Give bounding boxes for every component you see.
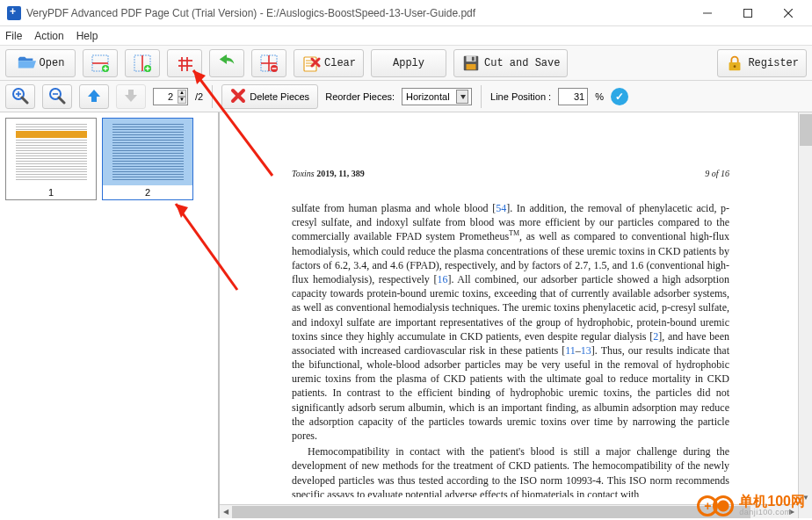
thumbnail-image bbox=[103, 119, 192, 185]
zoom-in-button[interactable] bbox=[5, 84, 35, 109]
watermark-text-sub: danji100.com bbox=[739, 509, 805, 516]
window-controls bbox=[687, 0, 808, 26]
menu-file[interactable]: File bbox=[5, 30, 22, 42]
open-button[interactable]: Open bbox=[5, 49, 76, 77]
document-page: Toxins 2019, 11, 389 9 of 16 sulfate fro… bbox=[230, 118, 782, 497]
svg-rect-1 bbox=[744, 9, 752, 17]
register-button[interactable]: Register bbox=[717, 49, 807, 77]
menu-action[interactable]: Action bbox=[34, 30, 63, 42]
zoom-out-icon bbox=[48, 87, 66, 106]
delete-x-icon bbox=[230, 88, 246, 105]
page-number-input[interactable]: 2 ▲▼ bbox=[153, 88, 188, 105]
doc-body-1: sulfate from human plasma and whole bloo… bbox=[292, 201, 729, 443]
watermark-text-main: 单机100网 bbox=[739, 495, 805, 509]
thumbnail-image bbox=[6, 119, 96, 185]
open-label: Open bbox=[40, 57, 65, 69]
main-toolbar: Open Clear Apply Cut bbox=[0, 46, 812, 81]
svg-line-36 bbox=[22, 98, 27, 103]
clear-button[interactable]: Clear bbox=[294, 49, 364, 77]
maximize-button[interactable] bbox=[728, 0, 768, 26]
menu-bar: File Action Help bbox=[0, 26, 812, 46]
minimize-button[interactable] bbox=[687, 0, 728, 26]
svg-point-34 bbox=[734, 65, 736, 68]
clear-label: Clear bbox=[324, 57, 356, 69]
arrow-down-icon bbox=[122, 87, 140, 106]
clear-icon bbox=[301, 54, 321, 73]
scroll-thumb[interactable] bbox=[800, 114, 812, 146]
grid-add-h-icon bbox=[91, 54, 110, 73]
reorder-label: Reorder Pieces: bbox=[325, 91, 395, 102]
svg-line-40 bbox=[59, 98, 64, 103]
thumbnail-page-1[interactable]: 1 bbox=[5, 118, 97, 200]
thumbnail-page-2[interactable]: 2 bbox=[102, 118, 193, 200]
cut-and-save-button[interactable]: Cut and Save bbox=[453, 49, 568, 77]
delete-line-button[interactable] bbox=[251, 49, 286, 77]
spinner-arrows[interactable]: ▲▼ bbox=[178, 90, 186, 104]
zoom-in-icon bbox=[11, 87, 29, 106]
document-view[interactable]: Toxins 2019, 11, 389 9 of 16 sulfate fro… bbox=[220, 112, 812, 518]
apply-button[interactable]: Apply bbox=[371, 49, 446, 77]
page-total-label: /2 bbox=[195, 91, 203, 102]
page-number-value: 2 bbox=[168, 91, 173, 102]
delete-pieces-label: Delete Pieces bbox=[250, 91, 309, 102]
reorder-value: Horizontal bbox=[406, 91, 450, 102]
svg-rect-30 bbox=[467, 55, 476, 61]
grid-lines-button[interactable] bbox=[167, 49, 202, 77]
check-icon: ✓ bbox=[615, 90, 624, 103]
watermark: 单机100网 danji100.com bbox=[697, 495, 805, 516]
doc-header-left: Toxins 2019, 11, 389 bbox=[292, 169, 365, 178]
thumbnail-number: 2 bbox=[145, 185, 150, 199]
grid-add-v-icon bbox=[133, 54, 152, 73]
close-button[interactable] bbox=[768, 0, 808, 26]
title-bar: VeryPDF Advanced PDF Page Cut (Trial Ver… bbox=[0, 0, 812, 26]
lock-icon bbox=[725, 54, 744, 73]
grid-delete-icon bbox=[259, 54, 279, 73]
delete-pieces-button[interactable]: Delete Pieces bbox=[221, 84, 318, 109]
line-position-input[interactable]: 31 bbox=[558, 88, 588, 105]
svg-rect-31 bbox=[472, 56, 475, 61]
doc-header-right: 9 of 16 bbox=[705, 169, 729, 178]
main-area: 1 2 Toxins 2019, 11, 389 9 of 16 sulfate… bbox=[0, 112, 812, 518]
percent-label: % bbox=[595, 91, 604, 102]
apply-label: Apply bbox=[393, 57, 424, 69]
add-vertical-line-button[interactable] bbox=[125, 49, 160, 77]
window-title: VeryPDF Advanced PDF Page Cut (Trial Ver… bbox=[26, 7, 687, 19]
watermark-logo-icon bbox=[697, 495, 734, 516]
arrow-up-icon bbox=[85, 87, 103, 106]
cut-and-save-label: Cut and Save bbox=[484, 57, 560, 69]
menu-help[interactable]: Help bbox=[76, 30, 98, 42]
thumbnail-panel: 1 2 bbox=[0, 112, 220, 518]
thumbnail-number: 1 bbox=[48, 185, 54, 199]
add-horizontal-line-button[interactable] bbox=[83, 49, 118, 77]
reorder-select[interactable]: Horizontal bbox=[402, 88, 472, 105]
separator bbox=[481, 85, 482, 108]
next-page-button[interactable] bbox=[116, 84, 146, 109]
vertical-scrollbar[interactable]: ▲ ▼ bbox=[798, 112, 812, 518]
line-position-label: Line Position : bbox=[490, 91, 551, 102]
doc-body-2: Hemocompatibility in contact with the pa… bbox=[292, 444, 729, 497]
secondary-toolbar: 2 ▲▼ /2 Delete Pieces Reorder Pieces: Ho… bbox=[0, 81, 812, 112]
app-icon bbox=[7, 6, 21, 20]
register-label: Register bbox=[748, 57, 799, 69]
confirm-button[interactable]: ✓ bbox=[611, 88, 628, 105]
scroll-left-icon[interactable]: ◀ bbox=[220, 506, 232, 518]
zoom-out-button[interactable] bbox=[42, 84, 72, 109]
undo-button[interactable] bbox=[209, 49, 244, 77]
save-icon bbox=[461, 54, 481, 73]
separator bbox=[212, 85, 213, 108]
folder-open-icon bbox=[17, 54, 36, 73]
line-position-value: 31 bbox=[574, 91, 584, 102]
prev-page-button[interactable] bbox=[79, 84, 109, 109]
svg-rect-32 bbox=[467, 63, 476, 69]
scroll-thumb[interactable] bbox=[232, 506, 750, 518]
grid-hash-icon bbox=[175, 54, 194, 73]
undo-icon bbox=[217, 54, 236, 73]
